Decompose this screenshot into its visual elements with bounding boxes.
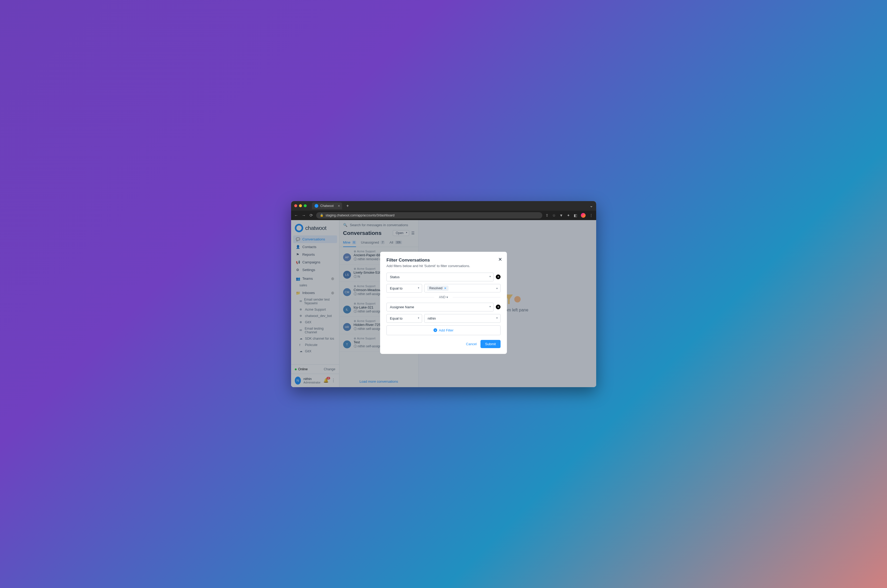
share-icon[interactable]: ⇧ bbox=[546, 213, 549, 218]
panel-icon[interactable]: ◧ bbox=[574, 213, 577, 218]
browser-window: Chatwoot × + ⌄ ← → ⟳ 🔒 staging.chatwoot.… bbox=[291, 201, 596, 387]
url-field[interactable]: 🔒 staging.chatwoot.com/app/accounts/3/da… bbox=[316, 212, 542, 219]
browser-toolbar: ⇧ ☆ ▼ ✦ ◧ ⋮ bbox=[546, 213, 593, 218]
modal-footer: Cancel Submit bbox=[386, 340, 501, 348]
filter-value-select[interactable]: Resolved✕ bbox=[424, 284, 501, 292]
app-body: chatwoot 💬Conversations 👤Contacts ⚑Repor… bbox=[291, 220, 596, 387]
modal-overlay[interactable]: ✕ Filter Conversations Add filters below… bbox=[291, 220, 596, 387]
filter-modal: ✕ Filter Conversations Add filters below… bbox=[380, 252, 507, 354]
window-controls[interactable] bbox=[294, 204, 307, 207]
remove-filter-button[interactable]: ✕ bbox=[496, 274, 501, 279]
modal-title: Filter Conversations bbox=[386, 258, 501, 263]
back-button[interactable]: ← bbox=[294, 213, 298, 218]
cancel-button[interactable]: Cancel bbox=[466, 342, 477, 346]
reload-button[interactable]: ⟳ bbox=[310, 213, 313, 218]
add-filter-button[interactable]: + Add Filter bbox=[386, 326, 501, 335]
filter-attribute-select[interactable]: Assignee Name bbox=[386, 303, 494, 311]
tabs-menu-icon[interactable]: ⌄ bbox=[589, 203, 593, 208]
menu-icon[interactable]: ⋮ bbox=[589, 213, 593, 218]
lock-icon: 🔒 bbox=[320, 213, 323, 217]
profile-icon[interactable] bbox=[581, 213, 586, 218]
and-operator[interactable]: AND ▾ bbox=[386, 296, 501, 299]
forward-button[interactable]: → bbox=[302, 213, 306, 218]
close-modal-button[interactable]: ✕ bbox=[498, 256, 502, 262]
filter-operator-select[interactable]: Equal to bbox=[386, 314, 422, 323]
tab-title: Chatwoot bbox=[320, 204, 334, 208]
url-bar: ← → ⟳ 🔒 staging.chatwoot.com/app/account… bbox=[291, 211, 596, 220]
extensions-icon[interactable]: ✦ bbox=[567, 213, 570, 218]
submit-button[interactable]: Submit bbox=[481, 340, 501, 348]
favicon-icon bbox=[314, 204, 318, 208]
modal-subtitle: Add filters below and hit 'Submit' to fi… bbox=[386, 264, 501, 268]
remove-filter-button[interactable]: ✕ bbox=[496, 304, 501, 309]
new-tab-button[interactable]: + bbox=[346, 204, 349, 208]
vue-devtools-icon[interactable]: ▼ bbox=[559, 213, 563, 218]
filter-attribute-select[interactable]: Status bbox=[386, 273, 494, 281]
filter-value-chip: Resolved✕ bbox=[427, 285, 448, 291]
tab-bar: Chatwoot × + ⌄ bbox=[291, 201, 596, 211]
browser-tab[interactable]: Chatwoot × bbox=[312, 202, 342, 209]
bookmark-icon[interactable]: ☆ bbox=[552, 213, 556, 218]
nav-controls: ← → ⟳ bbox=[294, 213, 313, 218]
filter-value-input[interactable]: nithin bbox=[424, 314, 501, 323]
filter-operator-select[interactable]: Equal to bbox=[386, 284, 422, 292]
plus-icon: + bbox=[433, 328, 437, 332]
url-text: staging.chatwoot.com/app/accounts/3/dash… bbox=[326, 213, 395, 217]
remove-chip-icon[interactable]: ✕ bbox=[444, 286, 447, 290]
close-tab-icon[interactable]: × bbox=[338, 204, 340, 208]
